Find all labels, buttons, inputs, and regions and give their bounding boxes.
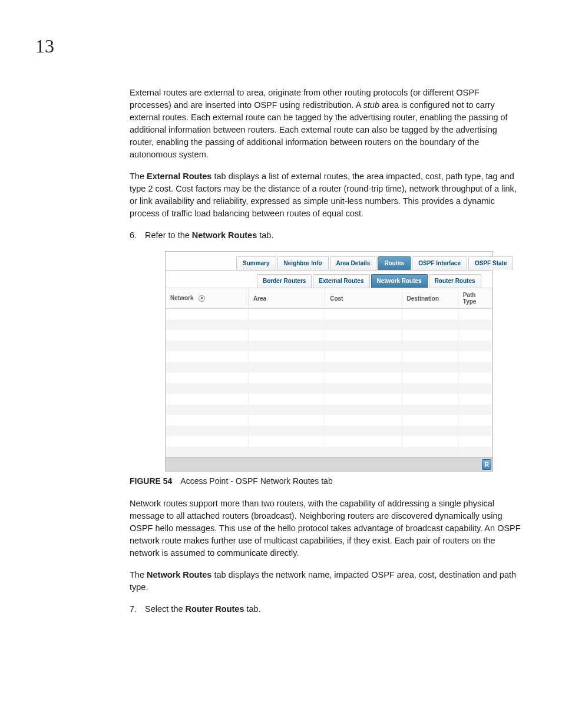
tab-routes[interactable]: Routes [378, 256, 411, 270]
col-header-network[interactable]: Network [166, 288, 248, 309]
table-row [166, 436, 492, 447]
refresh-button-label: R [485, 462, 489, 468]
sort-indicator-icon [199, 295, 205, 302]
table-row [166, 341, 492, 351]
refresh-button[interactable]: R [482, 459, 491, 470]
table-row [166, 447, 492, 457]
col-header-network-label: Network [170, 295, 193, 301]
table-row [166, 426, 492, 436]
paragraph-network-routes-desc: Network routes support more than two rou… [130, 498, 521, 559]
table-row [166, 373, 492, 383]
tab-summary[interactable]: Summary [236, 256, 276, 270]
step-7: 7. Select the Router Routes tab. [130, 603, 521, 615]
paragraph-network-routes-tab: The Network Routes tab displays the netw… [130, 569, 521, 594]
tab-ospf-state[interactable]: OSPF State [468, 256, 513, 270]
col-header-cost[interactable]: Cost [325, 288, 402, 309]
table-body [166, 309, 492, 458]
paragraph-external-routes-intro: External routes are external to area, or… [130, 87, 521, 161]
col-header-path-type[interactable]: Path Type [458, 288, 492, 309]
step-number: 7. [130, 603, 143, 615]
col-header-destination[interactable]: Destination [402, 288, 458, 309]
text: The [130, 570, 147, 579]
main-tab-bar: Summary Neighbor Info Area Details Route… [166, 252, 492, 271]
table-row [166, 330, 492, 341]
text: Refer to the [145, 230, 192, 240]
figure-caption-text: Access Point - OSPF Network Routes tab [180, 476, 332, 486]
table-row [166, 319, 492, 330]
table-row [166, 394, 492, 404]
subtab-external-routes[interactable]: External Routes [313, 274, 369, 288]
table-row [166, 309, 492, 320]
subtab-router-routes[interactable]: Router Routes [429, 274, 481, 288]
bold-network-routes: Network Routes [147, 570, 211, 579]
step-number: 6. [130, 229, 143, 242]
step-6: 6. Refer to the Network Routes tab. [130, 229, 521, 242]
subtab-network-routes[interactable]: Network Routes [371, 274, 428, 288]
sub-tab-bar: Border Routers External Routes Network R… [166, 271, 492, 288]
paragraph-external-routes-tab: The External Routes tab displays a list … [130, 170, 521, 220]
italic-stub: stub [363, 100, 379, 110]
bold-network-routes: Network Routes [192, 230, 257, 240]
figure-label: FIGURE 54 [130, 476, 172, 486]
chapter-number: 13 [35, 35, 521, 57]
text: The [130, 172, 147, 181]
col-header-area[interactable]: Area [248, 288, 325, 309]
ospf-network-routes-screenshot: Summary Neighbor Info Area Details Route… [165, 251, 493, 472]
text: tab. [244, 604, 260, 614]
table-row [166, 404, 492, 415]
tab-neighbor-info[interactable]: Neighbor Info [277, 256, 329, 270]
table-row [166, 362, 492, 373]
table-row [166, 351, 492, 362]
subtab-border-routers[interactable]: Border Routers [257, 274, 312, 288]
text: tab. [257, 230, 273, 240]
bold-external-routes: External Routes [147, 172, 211, 181]
figure-caption: FIGURE 54Access Point - OSPF Network Rou… [130, 476, 521, 486]
tab-area-details[interactable]: Area Details [330, 256, 377, 270]
text: Select the [145, 604, 186, 614]
table-row [166, 415, 492, 426]
tab-ospf-interface[interactable]: OSPF Interface [412, 256, 467, 270]
table-row [166, 383, 492, 394]
bold-router-routes: Router Routes [186, 604, 244, 614]
screenshot-footer: R [166, 457, 492, 471]
network-routes-table: Network Area Cost Destination Path Type [166, 288, 492, 457]
